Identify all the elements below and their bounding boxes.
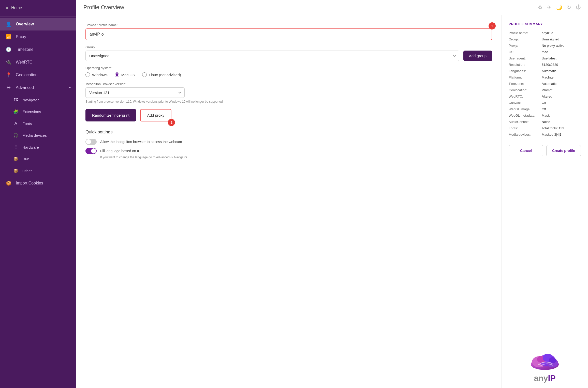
sidebar-icon-webrtc: 🔌 xyxy=(6,59,12,65)
sidebar-icon-fonts: A xyxy=(13,121,18,126)
content-area: Browser profile name: 1 Group: Unassigne… xyxy=(76,15,588,388)
os-linux-radio[interactable] xyxy=(142,72,147,77)
sidebar-label-extensions: Extensions xyxy=(22,110,41,114)
group-label: Group: xyxy=(85,45,492,49)
group-row: Unassigned Add group xyxy=(85,51,492,61)
home-nav-item[interactable]: « Home xyxy=(0,0,76,15)
sidebar-item-dns[interactable]: 📦 DNS xyxy=(0,153,76,165)
sidebar-item-webrtc[interactable]: 🔌 WebRTC xyxy=(0,56,76,69)
page-title: Profile Overview xyxy=(83,4,124,11)
logo: anyIP xyxy=(524,352,565,383)
logo-text: anyIP xyxy=(524,374,565,383)
sidebar-item-geolocation[interactable]: 📍 Geolocation xyxy=(0,69,76,81)
webcam-toggle-row: Allow the Incogniton browser to access t… xyxy=(85,139,492,145)
sidebar-icon-overview: 👤 xyxy=(6,21,12,27)
os-windows-option[interactable]: Windows xyxy=(85,72,108,77)
sidebar-item-media-devices[interactable]: 🎧 Media devices xyxy=(0,129,76,141)
sidebar-item-overview[interactable]: 👤 Overview xyxy=(0,18,76,30)
summary-row: WebRTC: Altered xyxy=(509,95,581,98)
profile-name-input[interactable] xyxy=(87,29,491,39)
logo-area: anyIP xyxy=(509,346,581,383)
sidebar-icon-geolocation: 📍 xyxy=(6,72,12,78)
summary-row: Timezone: Automatic xyxy=(509,82,581,86)
send-icon[interactable]: ✈ xyxy=(547,4,551,10)
sidebar-item-proxy[interactable]: 📶 Proxy xyxy=(0,30,76,43)
sidebar-label-geolocation: Geolocation xyxy=(16,73,37,77)
topbar-icons: ♻ ✈ 🌙 ↻ ⏻ xyxy=(538,4,581,10)
group-select[interactable]: Unassigned xyxy=(85,51,459,61)
summary-title: PROFILE SUMMARY xyxy=(509,22,581,26)
sidebar-label-overview: Overview xyxy=(16,22,34,26)
summary-row: AudioContext: Noise xyxy=(509,120,581,124)
summary-row: Group: Unassigned xyxy=(509,37,581,41)
webcam-toggle-knob xyxy=(86,139,91,144)
sidebar-item-fonts[interactable]: A Fonts xyxy=(0,118,76,129)
logo-cloud-svg xyxy=(524,352,565,373)
os-macos-option[interactable]: Mac OS xyxy=(115,72,135,77)
sidebar-item-advanced[interactable]: ✳ Advanced ▾ xyxy=(0,81,76,94)
language-toggle[interactable] xyxy=(85,148,97,154)
refresh-icon[interactable]: ↻ xyxy=(567,4,571,10)
browser-version-label: Incogniton Browser version: xyxy=(85,82,492,86)
badge-1: 1 xyxy=(489,22,496,29)
randomize-fingerprint-button[interactable]: Randomize fingerprint xyxy=(85,109,136,121)
sidebar-items: 👤 Overview 📶 Proxy 🕐 Timezone 🔌 WebRTC 📍… xyxy=(0,18,76,190)
summary-key: Media devices: xyxy=(509,133,539,136)
create-profile-button[interactable]: Create profile xyxy=(546,145,581,156)
sidebar-divider xyxy=(0,17,76,17)
browser-version-select[interactable]: Version 121 xyxy=(85,87,185,98)
sidebar-item-other[interactable]: 📦 Other xyxy=(0,165,76,177)
summary-row: OS: mac xyxy=(509,50,581,54)
sidebar-item-navigator[interactable]: 🗺 Navigator xyxy=(0,94,76,106)
sidebar-item-timezone[interactable]: 🕐 Timezone xyxy=(0,43,76,56)
sidebar-icon-extensions: 🧩 xyxy=(13,109,18,114)
recycle-icon[interactable]: ♻ xyxy=(538,4,542,10)
sidebar-icon-proxy: 📶 xyxy=(6,34,12,40)
sidebar-item-hardware[interactable]: 🖥 Hardware xyxy=(0,141,76,153)
moon-icon[interactable]: 🌙 xyxy=(556,4,562,10)
cancel-button[interactable]: Cancel xyxy=(509,145,543,156)
webcam-toggle-label: Allow the Incogniton browser to access t… xyxy=(100,140,182,144)
sidebar-item-extensions[interactable]: 🧩 Extensions xyxy=(0,106,76,118)
os-windows-radio[interactable] xyxy=(85,72,90,77)
logo-prefix: any xyxy=(534,374,548,383)
sidebar-label-fonts: Fonts xyxy=(22,121,32,126)
summary-val: Prompt xyxy=(542,88,552,92)
sidebar-item-import-cookies[interactable]: 🍪 Import Cookies xyxy=(0,177,76,190)
power-icon[interactable]: ⏻ xyxy=(576,4,581,10)
sidebar-label-media-devices: Media devices xyxy=(22,133,47,137)
sidebar-label-webrtc: WebRTC xyxy=(16,60,32,65)
summary-row: Canvas: Off xyxy=(509,101,581,105)
summary-row: Fonts: Total fonts: 133 xyxy=(509,126,581,130)
sidebar-label-other: Other xyxy=(22,169,32,173)
add-proxy-button[interactable]: Add proxy xyxy=(140,109,172,121)
summary-val: Off xyxy=(542,101,546,105)
add-proxy-wrapper: Add proxy 2 xyxy=(140,109,172,121)
sidebar-icon-import-cookies: 🍪 xyxy=(6,180,12,186)
summary-val: Total fonts: 133 xyxy=(542,126,564,130)
sidebar-icon-advanced: ✳ xyxy=(6,85,12,90)
summary-val: Altered xyxy=(542,95,552,98)
add-group-button[interactable]: Add group xyxy=(463,51,492,61)
sidebar-label-dns: DNS xyxy=(22,157,31,161)
os-linux-label: Linux (not advised) xyxy=(149,73,181,77)
summary-val: 5120x2880 xyxy=(542,63,558,67)
summary-key: Proxy: xyxy=(509,44,539,48)
summary-key: WebGL image: xyxy=(509,107,539,111)
summary-key: OS: xyxy=(509,50,539,54)
sidebar-label-import-cookies: Import Cookies xyxy=(16,181,43,185)
badge-2: 2 xyxy=(168,119,175,126)
summary-key: User agent: xyxy=(509,56,539,60)
os-macos-radio[interactable] xyxy=(115,72,119,77)
summary-row: WebGL metadata: Mask xyxy=(509,114,581,117)
sidebar-icon-media-devices: 🎧 xyxy=(13,133,18,138)
summary-row: Resolution: 5120x2880 xyxy=(509,63,581,67)
topbar: Profile Overview ♻ ✈ 🌙 ↻ ⏻ xyxy=(76,0,588,15)
sidebar-icon-navigator: 🗺 xyxy=(13,98,18,102)
summary-key: AudioContext: xyxy=(509,120,539,124)
summary-key: Resolution: xyxy=(509,63,539,67)
os-linux-option[interactable]: Linux (not advised) xyxy=(142,72,181,77)
webcam-toggle[interactable] xyxy=(85,139,97,145)
home-label: Home xyxy=(11,6,22,10)
group-select-wrapper: Unassigned xyxy=(85,51,459,61)
